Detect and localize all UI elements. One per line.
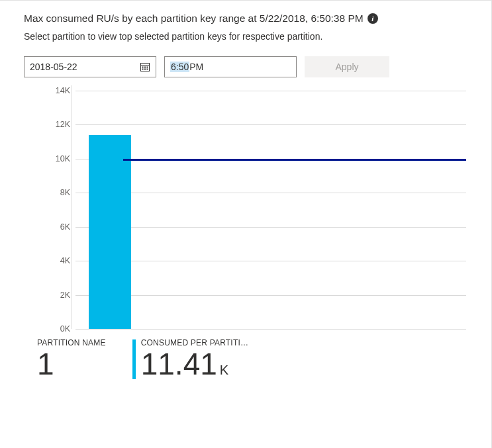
chart-y-tick: 4K	[30, 256, 70, 265]
chart-gridline	[75, 91, 466, 91]
chart-bar[interactable]	[89, 135, 131, 329]
chart-threshold-line	[123, 159, 466, 161]
stat-consumed-value: 11.41	[141, 347, 217, 381]
chart-gridline	[75, 295, 466, 296]
time-input[interactable]: 6:50 PM	[164, 56, 297, 77]
chart-gridline	[75, 124, 466, 125]
chart-y-tick: 2K	[30, 291, 70, 300]
stat-partition-value: 1	[37, 349, 106, 379]
title-row: Max consumed RU/s by each partition key …	[24, 13, 473, 24]
metrics-panel: Max consumed RU/s by each partition key …	[0, 0, 492, 448]
chart-y-tick: 14K	[30, 86, 70, 95]
chart-plot-area[interactable]	[75, 91, 466, 329]
svg-rect-7	[147, 69, 148, 70]
info-icon[interactable]: i	[368, 13, 378, 24]
svg-rect-3	[144, 67, 146, 68]
stat-accent-bar	[132, 339, 136, 379]
chart-y-tick: 8K	[30, 188, 70, 197]
stat-consumed-label: CONSUMED PER PARTITI…	[141, 338, 248, 347]
chart-y-tick: 0K	[30, 324, 70, 334]
chart-gridline	[75, 193, 466, 193]
panel-subtitle: Select partition to view top selected pa…	[24, 31, 473, 42]
stat-partition-label: PARTITION NAME	[37, 338, 106, 347]
controls-row: 2018-05-22 6:50 PM Apply	[24, 56, 473, 77]
chart-y-axis: 0K2K4K6K8K10K12K14K	[24, 91, 75, 329]
stat-consumed-unit: K	[220, 363, 228, 377]
stats-row: PARTITION NAME 1 CONSUMED PER PARTITI… 1…	[37, 338, 473, 379]
stat-partition: PARTITION NAME 1	[37, 338, 106, 379]
svg-rect-2	[142, 67, 144, 68]
date-input[interactable]: 2018-05-22	[24, 56, 156, 77]
time-ampm: PM	[189, 62, 203, 72]
calendar-icon[interactable]	[140, 62, 150, 72]
svg-rect-5	[142, 69, 144, 70]
chart-gridline	[75, 261, 466, 261]
chart-gridline	[75, 329, 466, 330]
chart-y-tick: 6K	[30, 222, 70, 232]
date-value: 2018-05-22	[30, 62, 77, 72]
apply-button[interactable]: Apply	[305, 56, 389, 77]
chart-y-tick: 10K	[30, 154, 70, 163]
stat-consumed: CONSUMED PER PARTITI… 11.41K	[132, 338, 248, 379]
chart-gridline	[75, 227, 466, 228]
chart-y-tick: 12K	[30, 120, 70, 129]
time-hour-minute: 6:50	[170, 62, 189, 72]
svg-rect-4	[147, 67, 148, 68]
chart: 0K2K4K6K8K10K12K14K	[24, 91, 473, 329]
svg-rect-6	[144, 69, 146, 70]
panel-title: Max consumed RU/s by each partition key …	[24, 13, 364, 24]
